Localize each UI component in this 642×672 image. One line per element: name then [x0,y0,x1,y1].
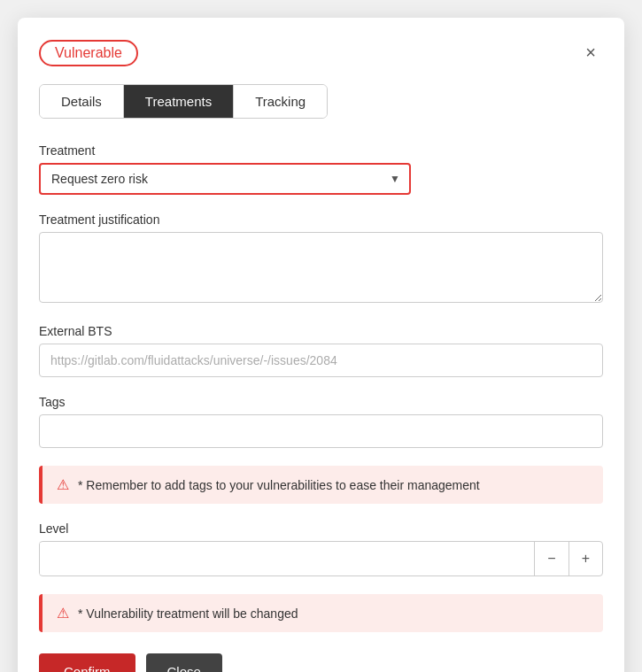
treatment-alert-icon: ⚠ [57,605,69,622]
level-group: Level − + [39,521,603,576]
justification-group: Treatment justification [39,212,603,306]
modal-container: Vulnerable × Details Treatments Tracking… [18,18,624,672]
treatment-select-wrapper: Request zero risk Accepted In progress N… [39,163,411,195]
level-control: − + [39,541,603,576]
tags-alert: ⚠ * Remember to add tags to your vulnera… [39,466,603,504]
justification-label: Treatment justification [39,212,603,227]
tab-details[interactable]: Details [40,85,124,118]
tab-treatments[interactable]: Treatments [124,85,234,118]
level-input[interactable] [40,543,534,575]
external-bts-group: External BTS [39,324,603,377]
justification-textarea[interactable] [39,232,603,303]
level-increment-button[interactable]: + [569,542,602,575]
vulnerable-badge: Vulnerable [39,40,138,66]
tags-input[interactable] [39,414,603,448]
level-label: Level [39,521,603,536]
confirm-button[interactable]: Confirm [39,653,135,672]
treatment-select[interactable]: Request zero risk Accepted In progress N… [41,165,409,193]
tags-alert-icon: ⚠ [57,476,69,493]
close-button[interactable]: Close [146,653,222,672]
treatment-change-alert: ⚠ * Vulnerability treatment will be chan… [39,594,603,632]
modal-close-button[interactable]: × [578,39,603,66]
treatment-alert-text: * Vulnerability treatment will be change… [78,606,298,621]
modal-header: Vulnerable × [39,39,603,66]
footer-buttons: Confirm Close [39,653,603,672]
treatment-label: Treatment [39,143,603,158]
tabs-container: Details Treatments Tracking [39,84,328,119]
tab-tracking[interactable]: Tracking [234,85,327,118]
external-bts-input[interactable] [39,344,603,377]
external-bts-label: External BTS [39,324,603,338]
level-decrement-button[interactable]: − [534,542,568,575]
tags-alert-text: * Remember to add tags to your vulnerabi… [78,478,480,492]
tags-label: Tags [39,395,603,409]
treatment-group: Treatment Request zero risk Accepted In … [39,143,603,195]
tags-group: Tags [39,395,603,448]
